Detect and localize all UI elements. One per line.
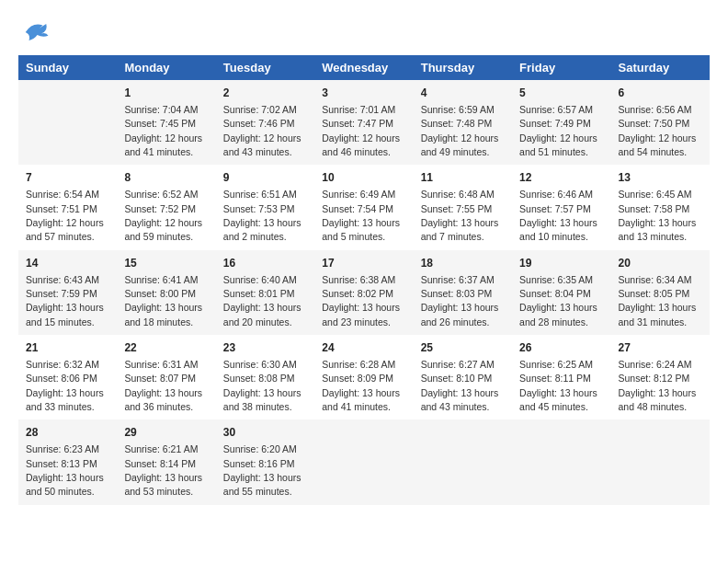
week-row-4: 21Sunrise: 6:32 AM Sunset: 8:06 PM Dayli… [18, 335, 710, 419]
day-number: 28 [26, 425, 109, 441]
day-number: 29 [124, 425, 208, 441]
day-number: 5 [519, 86, 603, 101]
calendar-cell: 4Sunrise: 6:59 AM Sunset: 7:48 PM Daylig… [414, 80, 512, 165]
calendar-cell: 20Sunrise: 6:34 AM Sunset: 8:05 PM Dayli… [611, 250, 710, 335]
day-info: Sunrise: 6:54 AM Sunset: 7:51 PM Dayligh… [26, 189, 104, 242]
day-info: Sunrise: 7:02 AM Sunset: 7:46 PM Dayligh… [223, 104, 301, 157]
day-number: 12 [519, 170, 603, 186]
day-info: Sunrise: 6:32 AM Sunset: 8:06 PM Dayligh… [26, 359, 104, 412]
day-number: 24 [322, 340, 405, 356]
day-number: 19 [519, 256, 603, 271]
calendar-cell: 30Sunrise: 6:20 AM Sunset: 8:16 PM Dayli… [216, 419, 314, 504]
calendar-cell: 27Sunrise: 6:24 AM Sunset: 8:12 PM Dayli… [611, 335, 710, 419]
page-header [18, 18, 710, 46]
calendar-table: SundayMondayTuesdayWednesdayThursdayFrid… [18, 55, 710, 505]
day-info: Sunrise: 7:04 AM Sunset: 7:45 PM Dayligh… [124, 104, 202, 157]
calendar-cell [512, 419, 610, 504]
day-number: 10 [322, 170, 405, 186]
calendar-cell: 15Sunrise: 6:41 AM Sunset: 8:00 PM Dayli… [117, 250, 215, 335]
day-number: 14 [26, 256, 109, 271]
day-info: Sunrise: 6:40 AM Sunset: 8:01 PM Dayligh… [223, 274, 301, 327]
calendar-cell: 5Sunrise: 6:57 AM Sunset: 7:49 PM Daylig… [512, 80, 610, 165]
day-info: Sunrise: 6:57 AM Sunset: 7:49 PM Dayligh… [519, 104, 597, 157]
day-info: Sunrise: 6:31 AM Sunset: 8:07 PM Dayligh… [124, 359, 202, 412]
day-info: Sunrise: 6:23 AM Sunset: 8:13 PM Dayligh… [26, 443, 104, 497]
calendar-cell: 6Sunrise: 6:56 AM Sunset: 7:50 PM Daylig… [611, 80, 710, 165]
day-info: Sunrise: 6:34 AM Sunset: 8:05 PM Dayligh… [619, 274, 697, 327]
calendar-cell: 29Sunrise: 6:21 AM Sunset: 8:14 PM Dayli… [117, 419, 215, 504]
calendar-cell: 25Sunrise: 6:27 AM Sunset: 8:10 PM Dayli… [414, 335, 512, 419]
day-number: 11 [421, 170, 505, 186]
day-info: Sunrise: 6:27 AM Sunset: 8:10 PM Dayligh… [421, 359, 499, 412]
day-number: 2 [223, 86, 307, 101]
week-row-5: 28Sunrise: 6:23 AM Sunset: 8:13 PM Dayli… [18, 419, 710, 504]
column-header-sunday: Sunday [18, 55, 117, 80]
day-number: 9 [223, 170, 307, 186]
day-info: Sunrise: 6:35 AM Sunset: 8:04 PM Dayligh… [519, 274, 597, 327]
column-header-friday: Friday [512, 55, 610, 80]
week-row-3: 14Sunrise: 6:43 AM Sunset: 7:59 PM Dayli… [18, 250, 710, 335]
calendar-cell: 9Sunrise: 6:51 AM Sunset: 7:53 PM Daylig… [216, 165, 314, 249]
calendar-cell [18, 80, 117, 165]
day-number: 6 [619, 86, 702, 101]
column-header-wednesday: Wednesday [314, 55, 413, 80]
day-info: Sunrise: 6:45 AM Sunset: 7:58 PM Dayligh… [619, 189, 697, 242]
day-number: 23 [223, 340, 307, 356]
day-number: 4 [421, 86, 505, 101]
day-info: Sunrise: 6:43 AM Sunset: 7:59 PM Dayligh… [26, 274, 104, 327]
calendar-cell [611, 419, 710, 504]
day-info: Sunrise: 6:21 AM Sunset: 8:14 PM Dayligh… [124, 443, 202, 497]
day-info: Sunrise: 6:30 AM Sunset: 8:08 PM Dayligh… [223, 359, 301, 412]
week-row-2: 7Sunrise: 6:54 AM Sunset: 7:51 PM Daylig… [18, 165, 710, 249]
day-number: 25 [421, 340, 505, 356]
column-header-monday: Monday [117, 55, 215, 80]
day-number: 3 [322, 86, 405, 101]
day-number: 17 [322, 256, 405, 271]
calendar-cell: 3Sunrise: 7:01 AM Sunset: 7:47 PM Daylig… [314, 80, 413, 165]
calendar-cell: 17Sunrise: 6:38 AM Sunset: 8:02 PM Dayli… [314, 250, 413, 335]
day-number: 27 [619, 340, 702, 356]
day-info: Sunrise: 6:56 AM Sunset: 7:50 PM Dayligh… [619, 104, 697, 157]
calendar-cell: 23Sunrise: 6:30 AM Sunset: 8:08 PM Dayli… [216, 335, 314, 419]
logo-bird-icon [22, 18, 50, 46]
calendar-cell [314, 419, 413, 504]
calendar-cell: 24Sunrise: 6:28 AM Sunset: 8:09 PM Dayli… [314, 335, 413, 419]
calendar-cell: 11Sunrise: 6:48 AM Sunset: 7:55 PM Dayli… [414, 165, 512, 249]
calendar-header: SundayMondayTuesdayWednesdayThursdayFrid… [18, 55, 710, 80]
day-number: 22 [124, 340, 208, 356]
logo [18, 18, 50, 46]
day-info: Sunrise: 6:37 AM Sunset: 8:03 PM Dayligh… [421, 274, 499, 327]
day-number: 7 [26, 170, 109, 186]
day-number: 20 [619, 256, 702, 271]
day-info: Sunrise: 7:01 AM Sunset: 7:47 PM Dayligh… [322, 104, 400, 157]
day-info: Sunrise: 6:28 AM Sunset: 8:09 PM Dayligh… [322, 359, 400, 412]
header-row: SundayMondayTuesdayWednesdayThursdayFrid… [18, 55, 710, 80]
calendar-cell: 7Sunrise: 6:54 AM Sunset: 7:51 PM Daylig… [18, 165, 117, 249]
day-info: Sunrise: 6:48 AM Sunset: 7:55 PM Dayligh… [421, 189, 499, 242]
calendar-cell: 19Sunrise: 6:35 AM Sunset: 8:04 PM Dayli… [512, 250, 610, 335]
calendar-cell: 28Sunrise: 6:23 AM Sunset: 8:13 PM Dayli… [18, 419, 117, 504]
calendar-cell [414, 419, 512, 504]
calendar-cell: 1Sunrise: 7:04 AM Sunset: 7:45 PM Daylig… [117, 80, 215, 165]
calendar-cell: 26Sunrise: 6:25 AM Sunset: 8:11 PM Dayli… [512, 335, 610, 419]
calendar-cell: 13Sunrise: 6:45 AM Sunset: 7:58 PM Dayli… [611, 165, 710, 249]
day-info: Sunrise: 6:41 AM Sunset: 8:00 PM Dayligh… [124, 274, 202, 327]
day-info: Sunrise: 6:20 AM Sunset: 8:16 PM Dayligh… [223, 443, 301, 497]
calendar-cell: 12Sunrise: 6:46 AM Sunset: 7:57 PM Dayli… [512, 165, 610, 249]
day-number: 21 [26, 340, 109, 356]
day-number: 15 [124, 256, 208, 271]
day-number: 8 [124, 170, 208, 186]
day-info: Sunrise: 6:46 AM Sunset: 7:57 PM Dayligh… [519, 189, 597, 242]
calendar-cell: 18Sunrise: 6:37 AM Sunset: 8:03 PM Dayli… [414, 250, 512, 335]
day-info: Sunrise: 6:24 AM Sunset: 8:12 PM Dayligh… [619, 359, 697, 412]
column-header-tuesday: Tuesday [216, 55, 314, 80]
column-header-thursday: Thursday [414, 55, 512, 80]
day-number: 30 [223, 425, 307, 441]
calendar-cell: 8Sunrise: 6:52 AM Sunset: 7:52 PM Daylig… [117, 165, 215, 249]
day-info: Sunrise: 6:25 AM Sunset: 8:11 PM Dayligh… [519, 359, 597, 412]
calendar-cell: 10Sunrise: 6:49 AM Sunset: 7:54 PM Dayli… [314, 165, 413, 249]
calendar-cell: 21Sunrise: 6:32 AM Sunset: 8:06 PM Dayli… [18, 335, 117, 419]
column-header-saturday: Saturday [611, 55, 710, 80]
day-number: 26 [519, 340, 603, 356]
day-info: Sunrise: 6:51 AM Sunset: 7:53 PM Dayligh… [223, 189, 301, 242]
